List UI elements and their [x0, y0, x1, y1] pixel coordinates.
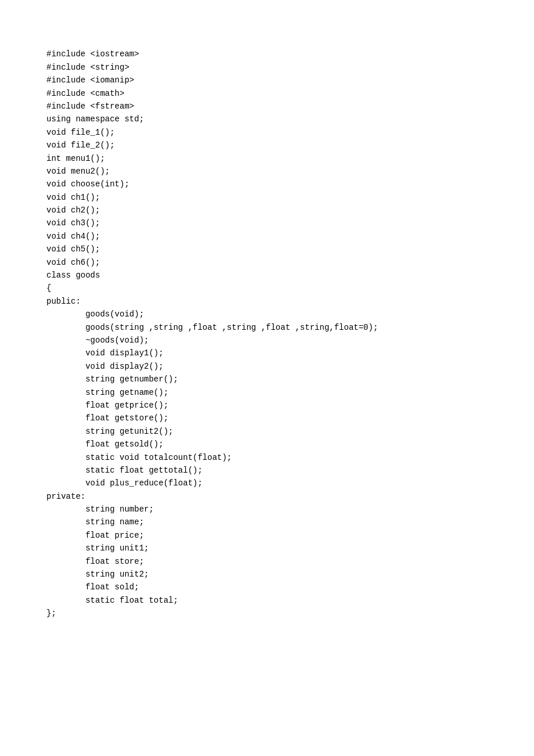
- code-line: class goods: [46, 269, 488, 282]
- code-line: void display2();: [46, 360, 488, 373]
- code-line: goods(string ,string ,float ,string ,flo…: [46, 321, 488, 334]
- code-line: };: [46, 607, 488, 620]
- code-line: void ch3();: [46, 217, 488, 229]
- code-line: #include <fstream>: [46, 100, 488, 113]
- code-content: #include <iostream>#include <string>#inc…: [46, 35, 488, 620]
- code-line: string unit2;: [46, 568, 488, 581]
- code-line: string number;: [46, 503, 488, 516]
- code-line: float getstore();: [46, 412, 488, 424]
- code-line: void ch6();: [46, 256, 488, 269]
- code-line: ~goods(void);: [46, 334, 488, 347]
- code-line: private:: [46, 490, 488, 503]
- code-line: void file_2();: [46, 139, 488, 152]
- code-line: float getsold();: [46, 438, 488, 451]
- code-line: void ch2();: [46, 204, 488, 217]
- code-line: void file_1();: [46, 126, 488, 139]
- code-line: string unit1;: [46, 542, 488, 555]
- code-line: #include <iomanip>: [46, 74, 488, 87]
- code-line: #include <string>: [46, 61, 488, 74]
- code-line: float price;: [46, 529, 488, 542]
- code-line: goods(void);: [46, 308, 488, 321]
- code-line: float sold;: [46, 581, 488, 593]
- code-line: static float total;: [46, 594, 488, 607]
- code-line: #include <cmath>: [46, 87, 488, 100]
- code-line: void ch1();: [46, 191, 488, 204]
- code-line: static void totalcount(float);: [46, 451, 488, 464]
- code-line: float store;: [46, 555, 488, 568]
- code-line: #include <iostream>: [46, 48, 488, 60]
- code-line: void choose(int);: [46, 178, 488, 190]
- code-line: void ch4();: [46, 230, 488, 243]
- code-line: float getprice();: [46, 399, 488, 412]
- code-line: string getnumber();: [46, 373, 488, 386]
- code-line: void ch5();: [46, 243, 488, 255]
- code-line: static float gettotal();: [46, 464, 488, 477]
- code-line: int menu1();: [46, 152, 488, 165]
- code-line: string getname();: [46, 386, 488, 399]
- code-line: void plus_reduce(float);: [46, 477, 488, 489]
- code-line: string name;: [46, 516, 488, 528]
- code-line: void display1();: [46, 347, 488, 359]
- code-line: {: [46, 282, 488, 294]
- code-line: public:: [46, 295, 488, 308]
- code-line: void menu2();: [46, 165, 488, 178]
- code-line: using namespace std;: [46, 113, 488, 125]
- code-line: string getunit2();: [46, 425, 488, 438]
